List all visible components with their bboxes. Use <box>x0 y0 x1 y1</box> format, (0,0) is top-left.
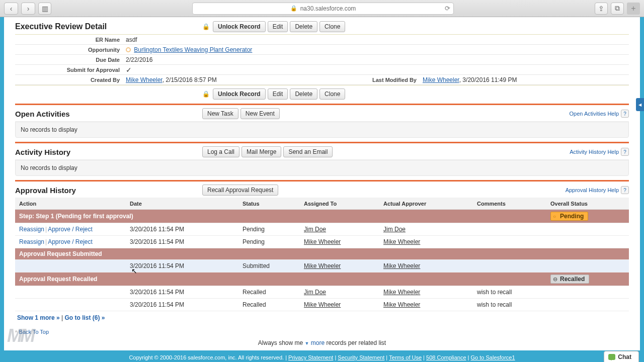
show-more-link[interactable]: Show 1 more » <box>17 314 60 321</box>
url-bar[interactable]: 🔒 na30.salesforce.com ⟳ <box>192 3 454 15</box>
goto-list-link[interactable]: Go to list (6) » <box>65 314 105 321</box>
lock-icon: 🔒 <box>290 5 297 12</box>
side-panel-toggle[interactable] <box>636 98 644 111</box>
table-row: 3/20/2016 11:54 PM Submitted Mike Wheele… <box>15 260 629 273</box>
edit-button[interactable]: Edit <box>268 21 288 32</box>
table-row: Reassign|Approve / Reject 3/20/2016 11:5… <box>15 236 629 248</box>
reassign-link[interactable]: Reassign <box>19 226 44 233</box>
log-call-button[interactable]: Log a Call <box>202 146 239 157</box>
always-show-row: Always show me ▼ more records per relate… <box>4 337 640 350</box>
assigned-link[interactable]: Mike Wheeler <box>304 262 341 269</box>
new-event-button[interactable]: New Event <box>240 108 280 119</box>
field-label-modified-by: Last Modified By <box>322 77 423 83</box>
terms-link[interactable]: Terms of Use <box>389 354 422 360</box>
mail-merge-button[interactable]: Mail Merge <box>242 146 281 157</box>
recall-approval-button[interactable]: Recall Approval Request <box>202 185 278 196</box>
new-tab-button[interactable]: + <box>627 3 640 15</box>
field-label-opportunity: Opportunity <box>15 47 126 53</box>
activity-history-body: No records to display <box>15 160 629 176</box>
field-label-created-by: Created By <box>15 77 126 83</box>
share-button[interactable]: ⇪ <box>595 3 608 15</box>
assigned-link[interactable]: Jim Doe <box>304 289 326 296</box>
help-icon[interactable]: ? <box>621 110 629 118</box>
field-label-due-date: Due Date <box>15 57 126 63</box>
recalled-header: Approval Request Recalled <box>15 273 546 286</box>
activity-history-help-link[interactable]: Activity History Help <box>570 149 619 155</box>
approval-history-title: Approval History <box>15 186 202 195</box>
help-icon[interactable]: ? <box>621 186 629 194</box>
field-value-created-by: Mike Wheeler, 2/15/2016 8:57 PM <box>126 76 217 83</box>
open-activities-title: Open Activities <box>15 110 202 118</box>
footer: Copyright © 2000-2016 salesforce.com, in… <box>0 350 644 362</box>
approval-history-help-link[interactable]: Approval History Help <box>566 187 619 193</box>
step-header: Step: Step 1 (Pending for first approval… <box>15 210 546 223</box>
modified-by-link[interactable]: Mike Wheeler <box>423 76 459 83</box>
field-value-opportunity: Burlington Textiles Weaving Plant Genera… <box>126 46 252 53</box>
url-text: na30.salesforce.com <box>300 5 356 12</box>
delete-button[interactable]: Delete <box>290 88 317 100</box>
col-action: Action <box>15 198 126 210</box>
page-title: Executive Review Detail <box>15 22 202 31</box>
activity-history-title: Activity History <box>15 148 202 156</box>
s508-link[interactable]: 508 Compliance <box>426 354 466 360</box>
field-value-er-name: asdf <box>126 36 137 43</box>
field-value-modified-by: Mike Wheeler, 3/20/2016 11:49 PM <box>423 76 517 83</box>
field-value-due-date: 2/22/2016 <box>126 56 152 63</box>
delete-button[interactable]: Delete <box>290 21 317 32</box>
reassign-link[interactable]: Reassign <box>19 238 44 245</box>
field-label-er-name: ER Name <box>15 37 126 43</box>
more-link[interactable]: more <box>311 339 325 346</box>
col-assigned: Assigned To <box>300 198 379 210</box>
assigned-link[interactable]: Mike Wheeler <box>304 238 341 245</box>
chat-button[interactable]: Chat <box>604 351 639 362</box>
triangle-down-icon: ▼ <box>305 341 309 346</box>
help-icon[interactable]: ? <box>621 148 629 156</box>
new-task-button[interactable]: New Task <box>202 108 238 119</box>
col-approver: Actual Approver <box>379 198 473 210</box>
col-overall: Overall Status <box>546 198 629 210</box>
detail-buttons-bottom: 🔒 Unlock Record Edit Delete Clone <box>202 88 345 100</box>
overall-status-recalled: Recalled <box>550 275 589 284</box>
approve-reject-link[interactable]: Approve / Reject <box>48 238 93 245</box>
clone-button[interactable]: Clone <box>319 88 345 100</box>
created-by-link[interactable]: Mike Wheeler <box>126 76 163 83</box>
approve-reject-link[interactable]: Approve / Reject <box>48 226 93 233</box>
salesforce1-link[interactable]: Go to Salesforce1 <box>471 354 515 360</box>
approver-link[interactable]: Mike Wheeler <box>383 238 420 245</box>
overall-status-pending: Pending <box>550 212 588 221</box>
privacy-link[interactable]: Privacy Statement <box>288 354 333 360</box>
security-link[interactable]: Security Statement <box>338 354 384 360</box>
open-activities-help-link[interactable]: Open Activities Help <box>570 111 619 117</box>
col-date: Date <box>126 198 238 210</box>
detail-buttons-top: 🔒 Unlock Record Edit Delete Clone <box>202 21 345 32</box>
table-row: Reassign|Approve / Reject 3/20/2016 11:5… <box>15 223 629 236</box>
assigned-link[interactable]: Jim Doe <box>304 226 326 233</box>
reload-icon[interactable]: ⟳ <box>445 5 450 12</box>
submitted-header: Approval Request Submitted <box>15 248 629 260</box>
opportunity-link[interactable]: Burlington Textiles Weaving Plant Genera… <box>134 46 252 53</box>
tabs-button[interactable]: ⧉ <box>611 3 624 15</box>
table-row: 3/20/2016 11:54 PM Recalled Mike Wheeler… <box>15 299 629 311</box>
table-row: 3/20/2016 11:54 PM Recalled Jim Doe Mike… <box>15 286 629 299</box>
watermark: MM <box>7 325 33 346</box>
chat-icon <box>608 354 615 360</box>
approval-table: Action Date Status Assigned To Actual Ap… <box>15 198 629 311</box>
open-activities-body: No records to display <box>15 122 629 138</box>
approver-link[interactable]: Mike Wheeler <box>383 262 420 269</box>
col-comments: Comments <box>473 198 546 210</box>
send-email-button[interactable]: Send an Email <box>283 146 333 157</box>
approver-link[interactable]: Mike Wheeler <box>383 289 420 296</box>
edit-button[interactable]: Edit <box>268 88 288 100</box>
approver-link[interactable]: Jim Doe <box>383 226 406 233</box>
clone-button[interactable]: Clone <box>319 21 345 32</box>
unlock-record-button[interactable]: Unlock Record <box>213 21 266 32</box>
forward-button[interactable]: › <box>21 3 35 15</box>
field-value-submit: ✓ <box>126 66 132 74</box>
check-icon: ✓ <box>126 66 132 74</box>
sidebar-button[interactable]: ▥ <box>38 3 51 15</box>
field-label-submit: Submit for Approval <box>15 67 126 73</box>
approver-link[interactable]: Mike Wheeler <box>383 301 420 308</box>
assigned-link[interactable]: Mike Wheeler <box>304 301 341 308</box>
back-button[interactable]: ‹ <box>4 3 18 15</box>
unlock-record-button[interactable]: Unlock Record <box>213 88 266 100</box>
